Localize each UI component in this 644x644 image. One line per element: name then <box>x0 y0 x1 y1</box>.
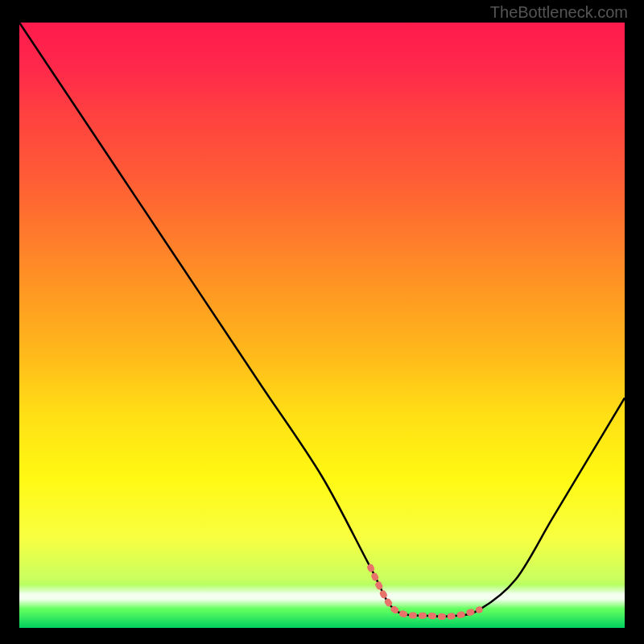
plot-area <box>19 23 625 628</box>
watermark-text: TheBottleneck.com <box>490 3 628 22</box>
bottleneck-curve-path <box>19 23 625 617</box>
highlight-segment-path <box>370 568 479 617</box>
curve-svg <box>19 23 625 628</box>
